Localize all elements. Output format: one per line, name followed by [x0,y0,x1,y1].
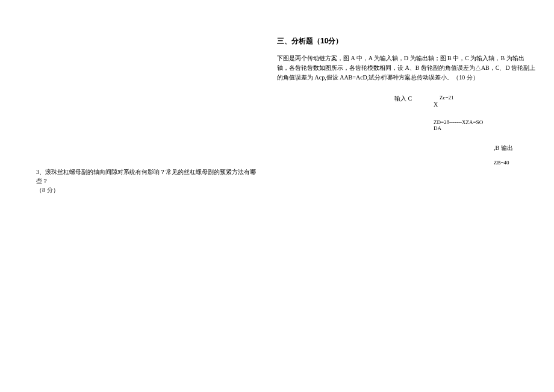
zd-text: ZD=28-------XZA=SO [434,119,483,125]
q3-text-line1: 3、滚珠丝杠螺母副的轴向间隙对系统有何影响？常见的丝杠螺母副的预紧方法有哪些？ [36,169,256,184]
da-label: DA [434,125,441,131]
zb-label: ZB=40 [494,160,509,166]
question-3: 3、滚珠丝杠螺母副的轴向间隙对系统有何影响？常见的丝杠螺母副的预紧方法有哪些？ … [36,167,265,194]
q3-text-line2: （8 分） [36,187,59,193]
problem-text: 下图是两个传动链方案，图 A 中，A 为输入轴，D 为输出轴；图 B 中，C 为… [277,54,536,82]
x-label: X [434,101,438,108]
b-output-label: ,B 输出 [494,144,513,152]
zc-text: Zc=21 [440,95,454,101]
zd-label: ZD=28-------XZA=SO [434,119,483,125]
zb-text: ZB=40 [494,160,509,166]
diagram-area: 输入 C Zc=21 X ZD=28-------XZA=SO DA ,B 输出… [277,95,518,167]
zc-label: Zc=21 [440,95,454,101]
input-c-label: 输入 C [394,95,412,103]
section-heading: 三、分析题（10分） [277,36,536,46]
